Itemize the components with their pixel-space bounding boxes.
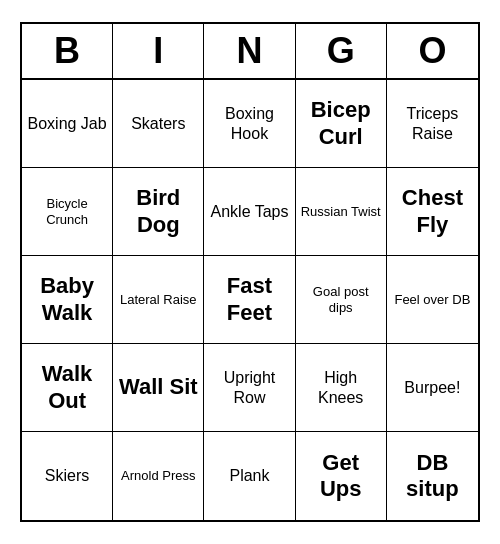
cell-label: Burpee! [404,378,460,397]
header-letter: N [204,24,295,78]
bingo-cell: Wall Sit [113,344,204,432]
cell-label: Ankle Taps [211,202,289,221]
cell-label: Goal post dips [300,284,382,315]
cell-label: Feel over DB [394,292,470,308]
bingo-cell: Baby Walk [22,256,113,344]
bingo-cell: High Knees [296,344,387,432]
header-letter: G [296,24,387,78]
cell-label: Boxing Hook [208,104,290,142]
bingo-cell: Plank [204,432,295,520]
bingo-cell: Feel over DB [387,256,478,344]
bingo-cell: Skaters [113,80,204,168]
bingo-cell: Bicycle Crunch [22,168,113,256]
cell-label: Boxing Jab [28,114,107,133]
bingo-card: BINGO Boxing JabSkatersBoxing HookBicep … [20,22,480,522]
bingo-cell: Get Ups [296,432,387,520]
header-letter: O [387,24,478,78]
bingo-cell: Boxing Jab [22,80,113,168]
bingo-cell: Arnold Press [113,432,204,520]
cell-label: DB situp [391,450,474,503]
bingo-cell: Bird Dog [113,168,204,256]
cell-label: Lateral Raise [120,292,197,308]
cell-label: Arnold Press [121,468,195,484]
bingo-cell: Chest Fly [387,168,478,256]
bingo-cell: Burpee! [387,344,478,432]
bingo-cell: Walk Out [22,344,113,432]
cell-label: Plank [229,466,269,485]
bingo-cell: Lateral Raise [113,256,204,344]
cell-label: Get Ups [300,450,382,503]
bingo-cell: Boxing Hook [204,80,295,168]
bingo-cell: Triceps Raise [387,80,478,168]
cell-label: Russian Twist [301,204,381,220]
cell-label: Fast Feet [208,273,290,326]
bingo-cell: Fast Feet [204,256,295,344]
cell-label: Skiers [45,466,89,485]
cell-label: Walk Out [26,361,108,414]
cell-label: Wall Sit [119,374,198,400]
cell-label: Chest Fly [391,185,474,238]
header-letter: I [113,24,204,78]
bingo-cell: Skiers [22,432,113,520]
cell-label: Triceps Raise [391,104,474,142]
header-letter: B [22,24,113,78]
bingo-grid: Boxing JabSkatersBoxing HookBicep CurlTr… [22,80,478,520]
bingo-cell: DB situp [387,432,478,520]
cell-label: Bicep Curl [300,97,382,150]
bingo-cell: Bicep Curl [296,80,387,168]
bingo-cell: Goal post dips [296,256,387,344]
cell-label: Bird Dog [117,185,199,238]
cell-label: Bicycle Crunch [26,196,108,227]
cell-label: Baby Walk [26,273,108,326]
bingo-cell: Ankle Taps [204,168,295,256]
bingo-cell: Russian Twist [296,168,387,256]
bingo-header: BINGO [22,24,478,80]
cell-label: Skaters [131,114,185,133]
bingo-cell: Upright Row [204,344,295,432]
cell-label: High Knees [300,368,382,406]
cell-label: Upright Row [208,368,290,406]
